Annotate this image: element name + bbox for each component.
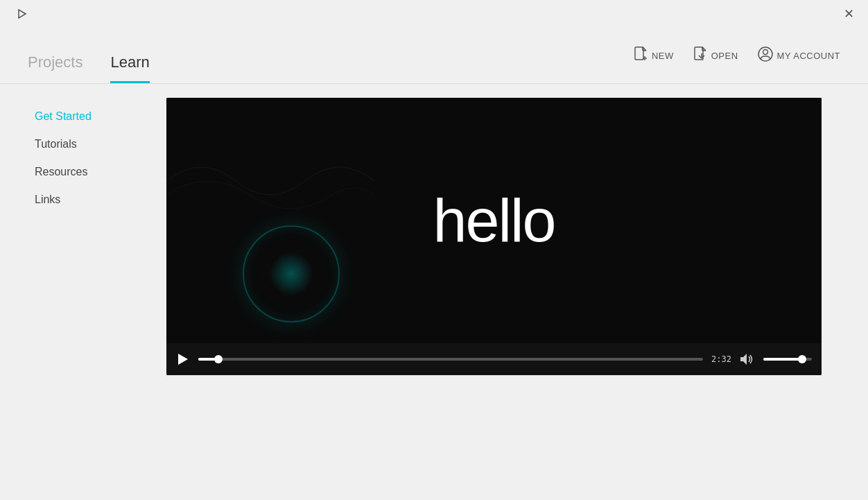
volume-button[interactable] <box>740 353 755 365</box>
play-icon <box>178 354 188 365</box>
video-hello-text: hello <box>433 185 555 256</box>
video-glow-inner <box>269 252 313 296</box>
svg-rect-1 <box>635 47 643 60</box>
top-bar-left <box>14 6 29 21</box>
app-icon <box>14 6 29 21</box>
volume-bar[interactable] <box>763 358 812 361</box>
video-content: hello <box>166 98 822 343</box>
progress-bar[interactable] <box>198 358 703 361</box>
open-button-label: OPEN <box>711 51 738 61</box>
tab-projects[interactable]: Projects <box>28 53 83 83</box>
video-area: hello 2:32 <box>166 84 868 500</box>
account-icon <box>758 46 773 65</box>
play-button[interactable] <box>176 352 190 366</box>
video-swirl-decoration <box>166 139 374 223</box>
new-file-icon <box>634 46 648 65</box>
volume-fill <box>763 358 802 361</box>
volume-thumb <box>798 355 806 363</box>
video-controls: 2:32 <box>166 343 822 375</box>
progress-thumb <box>214 355 223 363</box>
sidebar-item-resources[interactable]: Resources <box>35 160 153 184</box>
new-button[interactable]: NEW <box>634 46 674 65</box>
open-button[interactable]: OPEN <box>693 46 738 65</box>
top-bar: ✕ <box>0 0 868 28</box>
nav-tabs: Projects Learn <box>28 28 150 83</box>
open-file-icon <box>693 46 707 65</box>
nav-actions: NEW OPEN <box>634 46 840 65</box>
svg-marker-14 <box>740 354 747 365</box>
new-button-label: NEW <box>652 51 674 61</box>
my-account-label: MY ACCOUNT <box>777 51 840 61</box>
sidebar-item-get-started[interactable]: Get Started <box>35 105 153 128</box>
nav-area: Projects Learn NEW <box>0 28 868 83</box>
svg-marker-0 <box>19 10 26 18</box>
close-button[interactable]: ✕ <box>844 8 854 20</box>
svg-point-13 <box>763 49 767 54</box>
sidebar-item-tutorials[interactable]: Tutorials <box>35 132 153 156</box>
my-account-button[interactable]: MY ACCOUNT <box>758 46 840 65</box>
tab-learn[interactable]: Learn <box>110 53 149 83</box>
time-display: 2:32 <box>711 354 731 364</box>
sidebar: Get Started Tutorials Resources Links <box>0 84 166 500</box>
video-player[interactable]: hello 2:32 <box>166 98 822 375</box>
sidebar-item-links[interactable]: Links <box>35 188 153 212</box>
main-content: Get Started Tutorials Resources Links he… <box>0 84 868 500</box>
volume-icon <box>740 353 755 365</box>
